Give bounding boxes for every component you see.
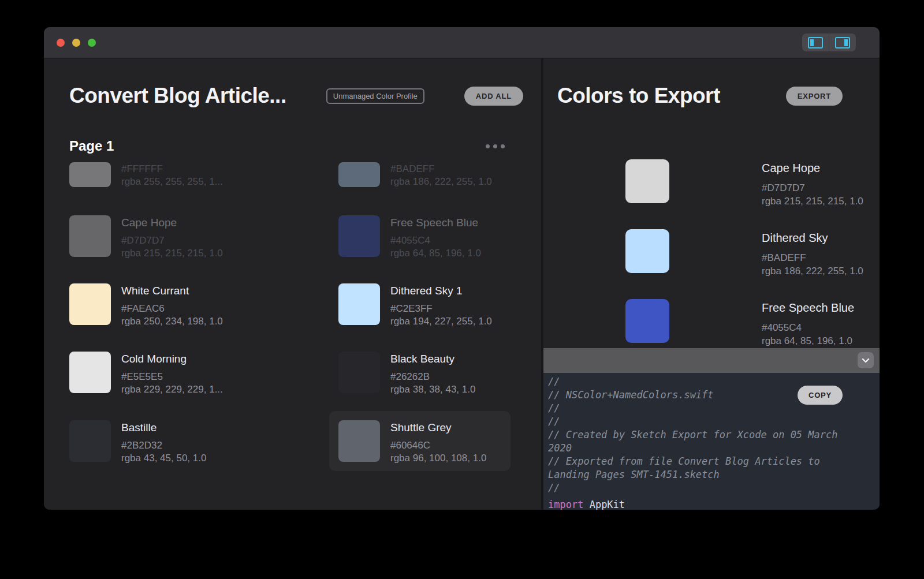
code-line: // Exported from file Convert Blog Artic… bbox=[548, 455, 880, 468]
color-rgba: rgba 215, 215, 215, 1.0 bbox=[762, 196, 863, 207]
code-line: // bbox=[548, 415, 880, 428]
color-name: Black Beauty bbox=[390, 352, 454, 367]
more-options-button[interactable] bbox=[486, 142, 505, 151]
color-name: Cold Morning bbox=[121, 352, 187, 367]
color-rgba: rgba 194, 227, 255, 1.0 bbox=[390, 316, 492, 327]
color-hex: #D7D7D7 bbox=[762, 182, 805, 194]
ellipsis-icon bbox=[486, 144, 490, 148]
titlebar bbox=[44, 27, 880, 58]
color-rgba: rgba 229, 229, 229, 1... bbox=[121, 384, 223, 395]
add-all-button[interactable]: ADD ALL bbox=[464, 87, 523, 106]
export-color-row[interactable]: Free Speech Blue#4055C4rgba 64, 85, 196,… bbox=[625, 299, 868, 345]
color-name: Shuttle Grey bbox=[390, 420, 452, 435]
traffic-light-minimize[interactable] bbox=[72, 39, 80, 47]
chevron-down-icon bbox=[862, 358, 870, 363]
color-name: Free Speech Blue bbox=[390, 215, 478, 230]
content: Convert Blog Article... Unmanaged Color … bbox=[44, 58, 880, 510]
color-swatch bbox=[69, 420, 111, 462]
color-hex: #BADEFF bbox=[762, 252, 806, 264]
toggle-right-panel-button[interactable] bbox=[829, 33, 856, 51]
export-title: Colors to Export bbox=[557, 84, 720, 108]
color-swatch bbox=[625, 299, 669, 343]
color-rgba: rgba 186, 222, 255, 1.0 bbox=[762, 266, 863, 277]
export-button[interactable]: EXPORT bbox=[786, 87, 843, 106]
panel-left-icon bbox=[808, 37, 823, 48]
traffic-lights bbox=[57, 27, 96, 58]
color-hex: #C2E3FF bbox=[390, 303, 433, 315]
traffic-light-zoom[interactable] bbox=[88, 39, 96, 47]
color-row[interactable]: Free Speech Blue#4055C4rgba 64, 85, 196,… bbox=[329, 206, 511, 266]
color-name: Cape Hope bbox=[762, 160, 820, 175]
code-line: import AppKit bbox=[548, 498, 880, 510]
color-row[interactable]: #BADEFFrgba 186, 222, 255, 1.0 bbox=[329, 162, 511, 196]
color-name: Dithered Sky bbox=[762, 230, 828, 245]
color-swatch bbox=[338, 162, 380, 187]
color-swatch bbox=[69, 283, 111, 325]
app-window: Convert Blog Article... Unmanaged Color … bbox=[44, 27, 880, 510]
panel-toggle-group bbox=[802, 33, 856, 51]
color-hex: #E5E5E5 bbox=[121, 371, 163, 383]
document-colors-panel: Convert Blog Article... Unmanaged Color … bbox=[44, 58, 541, 510]
color-row[interactable]: Cold Morning#E5E5E5rgba 229, 229, 229, 1… bbox=[60, 342, 241, 402]
document-title: Convert Blog Article... bbox=[69, 84, 286, 108]
traffic-light-close[interactable] bbox=[57, 39, 65, 47]
color-swatch bbox=[69, 215, 111, 257]
export-color-row[interactable]: Cape Hope#D7D7D7rgba 215, 215, 215, 1.0 bbox=[625, 159, 868, 206]
color-swatch bbox=[338, 352, 380, 393]
code-line: // bbox=[548, 481, 880, 495]
color-swatch bbox=[338, 420, 380, 462]
color-name: Bastille bbox=[121, 420, 157, 435]
color-rgba: rgba 215, 215, 215, 1.0 bbox=[121, 248, 223, 259]
color-rgba: rgba 255, 255, 255, 1... bbox=[121, 176, 223, 188]
color-hex: #60646C bbox=[390, 440, 430, 451]
color-row[interactable]: Black Beauty#26262Brgba 38, 38, 43, 1.0 bbox=[329, 342, 511, 402]
export-color-row[interactable]: Dithered Sky#BADEFFrgba 186, 222, 255, 1… bbox=[625, 229, 868, 275]
color-rgba: rgba 96, 100, 108, 1.0 bbox=[390, 453, 486, 464]
copy-button[interactable]: COPY bbox=[798, 386, 843, 405]
color-swatch bbox=[625, 159, 669, 203]
color-row[interactable]: Shuttle Grey#60646Crgba 96, 100, 108, 1.… bbox=[329, 411, 511, 471]
code-line: Landing Pages SMT-1451.sketch bbox=[548, 468, 880, 481]
code-line: // Created by Sketch Export for Xcode on… bbox=[548, 428, 880, 442]
color-rgba: rgba 250, 234, 198, 1.0 bbox=[121, 316, 223, 327]
color-hex: #FFFFFF bbox=[121, 163, 163, 175]
collapse-code-button[interactable] bbox=[858, 352, 874, 368]
color-hex: #4055C4 bbox=[390, 235, 430, 246]
color-name: Cape Hope bbox=[121, 215, 177, 230]
color-swatch bbox=[69, 352, 111, 393]
code-toolbar bbox=[543, 348, 880, 373]
keyword-token: import bbox=[548, 499, 583, 510]
page-section-title: Page 1 bbox=[69, 138, 114, 154]
color-swatch bbox=[625, 229, 669, 273]
right-panel-header: Colors to Export EXPORT bbox=[557, 84, 843, 108]
color-rgba: rgba 64, 85, 196, 1.0 bbox=[390, 248, 481, 259]
color-row[interactable]: #FFFFFFrgba 255, 255, 255, 1... bbox=[60, 162, 241, 196]
left-panel-header: Convert Blog Article... Unmanaged Color … bbox=[69, 84, 523, 108]
color-hex: #FAEAC6 bbox=[121, 303, 165, 315]
page-section-header: Page 1 bbox=[69, 138, 505, 154]
color-profile-badge: Unmanaged Color Profile bbox=[326, 88, 424, 104]
panel-right-icon bbox=[835, 37, 850, 48]
color-swatch bbox=[338, 283, 380, 325]
color-rgba: rgba 43, 45, 50, 1.0 bbox=[121, 453, 206, 464]
code-preview: //// NSColor+NamedColors.swift////// Cre… bbox=[543, 373, 880, 510]
color-swatch bbox=[338, 215, 380, 257]
code-token: AppKit bbox=[583, 499, 625, 510]
color-row[interactable]: Cape Hope#D7D7D7rgba 215, 215, 215, 1.0 bbox=[60, 206, 241, 266]
export-panel: Colors to Export EXPORT Cape Hope#D7D7D7… bbox=[543, 58, 880, 510]
ellipsis-icon bbox=[501, 144, 505, 148]
toggle-left-panel-button[interactable] bbox=[802, 33, 829, 51]
color-name: Free Speech Blue bbox=[762, 300, 854, 315]
color-hex: #D7D7D7 bbox=[121, 235, 165, 246]
color-rgba: rgba 38, 38, 43, 1.0 bbox=[390, 384, 475, 395]
color-hex: #2B2D32 bbox=[121, 440, 162, 451]
color-hex: #BADEFF bbox=[390, 163, 435, 175]
color-row[interactable]: Bastille#2B2D32rgba 43, 45, 50, 1.0 bbox=[60, 411, 241, 471]
ellipsis-icon bbox=[493, 144, 497, 148]
color-name: White Currant bbox=[121, 283, 189, 298]
color-row[interactable]: White Currant#FAEAC6rgba 250, 234, 198, … bbox=[60, 274, 241, 334]
color-row[interactable]: Dithered Sky 1#C2E3FFrgba 194, 227, 255,… bbox=[329, 274, 511, 334]
color-rgba: rgba 186, 222, 255, 1.0 bbox=[390, 176, 492, 188]
color-swatch bbox=[69, 162, 111, 187]
code-line: 2020 bbox=[548, 442, 880, 455]
